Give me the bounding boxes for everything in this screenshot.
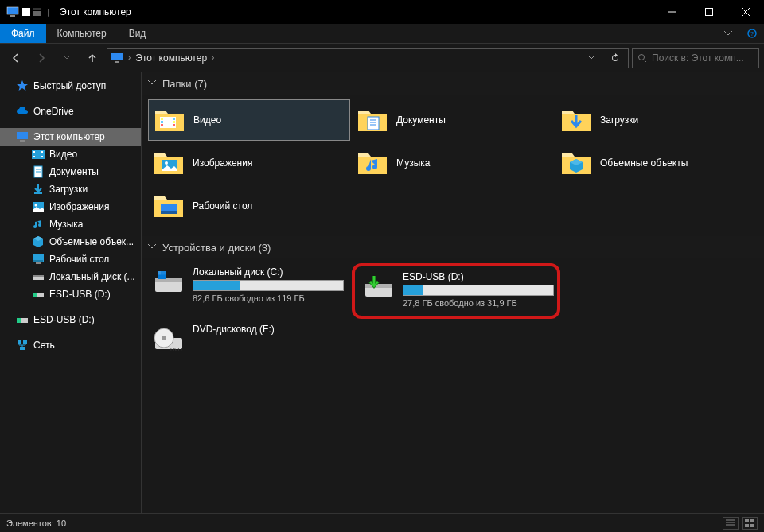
history-dropdown[interactable] <box>56 47 78 69</box>
svg-point-56 <box>165 161 168 165</box>
status-bar: Элементов: 10 <box>0 513 764 532</box>
drive-icon <box>32 270 45 283</box>
sidebar-item-esdusb-root[interactable]: ESD-USB (D:) <box>0 311 141 328</box>
folder-docs[interactable]: Документы <box>352 99 554 141</box>
sidebar-item-localdisk[interactable]: Локальный диск (... <box>0 268 141 285</box>
star-icon <box>16 80 29 92</box>
svg-point-27 <box>35 204 37 207</box>
group-folders-label: Папки (7) <box>162 78 207 90</box>
sidebar-item-label: Рабочий стол <box>49 254 109 265</box>
sidebar-item-label: ESD-USB (D:) <box>49 289 111 300</box>
sidebar-item-music[interactable]: Музыка <box>0 216 141 233</box>
ribbon-expand-icon[interactable] <box>716 24 740 43</box>
group-folders-header[interactable]: Папки (7) <box>142 72 764 95</box>
svg-rect-46 <box>161 121 163 123</box>
folder-desktop[interactable]: Рабочий стол <box>148 185 350 227</box>
breadcrumb[interactable]: Этот компьютер <box>135 52 207 64</box>
search-box[interactable]: Поиск в: Этот комп... <box>632 48 759 68</box>
sidebar-item-esdusb[interactable]: ESD-USB (D:) <box>0 285 141 303</box>
sidebar-item-docs[interactable]: Документы <box>0 163 141 181</box>
status-count: Элементов: 10 <box>6 518 66 528</box>
svg-rect-19 <box>33 156 35 157</box>
drive-icon <box>153 266 185 298</box>
ribbon: Файл Компьютер Вид ? <box>0 24 764 44</box>
this-pc-icon <box>6 6 19 18</box>
crumb-chevron-icon[interactable]: › <box>128 53 131 62</box>
usb-icon <box>32 288 45 301</box>
svg-rect-18 <box>33 151 35 153</box>
usb-drive-icon <box>363 271 395 303</box>
crumb-chevron-icon[interactable]: › <box>212 53 214 62</box>
ribbon-view-tab[interactable]: Вид <box>118 24 158 43</box>
cloud-icon <box>16 105 29 118</box>
drive-c[interactable]: Локальный диск (C:) 82,6 ГБ свободно из … <box>148 263 350 309</box>
svg-rect-63 <box>162 271 166 275</box>
sidebar-item-label: Загрузки <box>49 184 88 195</box>
ribbon-computer-tab[interactable]: Компьютер <box>46 24 118 43</box>
ribbon-file-tab[interactable]: Файл <box>0 24 46 43</box>
search-icon <box>637 53 647 63</box>
drive-d[interactable]: ESD-USB (D:) 27,8 ГБ свободно из 31,9 ГБ <box>358 268 554 314</box>
search-placeholder: Поиск в: Этот комп... <box>652 52 744 64</box>
sidebar-item-network[interactable]: Сеть <box>0 336 141 354</box>
svg-rect-39 <box>20 347 25 350</box>
sidebar-item-pictures[interactable]: Изображения <box>0 198 141 216</box>
close-button[interactable] <box>727 0 764 24</box>
sidebar-item-quickaccess[interactable]: Быстрый доступ <box>0 77 141 95</box>
svg-rect-62 <box>158 271 162 275</box>
sidebar-item-3dobjects[interactable]: Объемные объек... <box>0 233 141 250</box>
sidebar-item-video[interactable]: Видео <box>0 146 141 163</box>
sidebar-item-label: Объемные объек... <box>49 236 134 247</box>
document-icon <box>32 165 45 178</box>
svg-rect-36 <box>17 318 21 323</box>
qat-save-icon[interactable] <box>22 8 30 16</box>
drive-f[interactable]: DVD DVD-дисковод (F:) <box>148 320 350 359</box>
sidebar-item-thispc[interactable]: Этот компьютер <box>0 128 141 146</box>
folder-downloads[interactable]: Загрузки <box>555 99 758 141</box>
ribbon-help-icon[interactable]: ? <box>740 24 764 43</box>
folder-label: Видео <box>193 115 221 126</box>
drive-capacity-bar <box>403 285 554 296</box>
sidebar-item-label: Изображения <box>49 201 109 212</box>
forward-button[interactable] <box>30 47 53 69</box>
back-button[interactable] <box>5 47 27 69</box>
sidebar-item-onedrive[interactable]: OneDrive <box>0 103 141 120</box>
group-drives-header[interactable]: Устройства и диски (3) <box>142 236 764 258</box>
svg-rect-29 <box>33 260 43 262</box>
svg-rect-45 <box>161 118 163 120</box>
network-icon <box>16 339 29 351</box>
folder-music-icon <box>357 147 388 179</box>
sidebar-item-label: Видео <box>49 149 77 160</box>
usb-icon <box>16 313 29 326</box>
svg-rect-4 <box>33 11 41 16</box>
folder-docs-icon <box>357 104 388 136</box>
titlebar: │ Этот компьютер <box>0 0 764 24</box>
folder-pictures[interactable]: Изображения <box>148 142 350 184</box>
minimize-button[interactable] <box>654 0 691 24</box>
folder-3dobjects[interactable]: Объемные объекты <box>555 142 758 184</box>
sidebar-item-label: OneDrive <box>33 106 74 117</box>
drive-capacity-bar <box>193 280 344 291</box>
view-details-icon[interactable] <box>723 517 739 530</box>
titlebar-left-icons: │ <box>0 6 52 18</box>
folder-pictures-icon <box>153 147 185 179</box>
folder-video[interactable]: Видео <box>148 99 350 141</box>
sidebar-item-downloads[interactable]: Загрузки <box>0 181 141 198</box>
addr-dropdown-icon[interactable] <box>582 56 601 60</box>
refresh-icon[interactable] <box>606 53 625 63</box>
qat-dropdown-icon[interactable] <box>33 8 41 16</box>
svg-rect-73 <box>745 519 749 522</box>
sidebar-item-desktop[interactable]: Рабочий стол <box>0 250 141 268</box>
sidebar: Быстрый доступ OneDrive Этот компьютер В… <box>0 72 142 513</box>
view-thumbnails-icon[interactable] <box>742 517 758 530</box>
maximize-button[interactable] <box>691 0 727 24</box>
address-bar[interactable]: › Этот компьютер › <box>107 48 629 68</box>
svg-rect-30 <box>36 262 41 264</box>
up-button[interactable] <box>81 47 103 69</box>
svg-rect-15 <box>17 132 28 139</box>
svg-rect-3 <box>33 8 41 10</box>
svg-rect-38 <box>23 340 27 344</box>
svg-rect-11 <box>111 53 123 60</box>
group-drives-label: Устройства и диски (3) <box>162 242 271 254</box>
folder-music[interactable]: Музыка <box>352 142 554 184</box>
